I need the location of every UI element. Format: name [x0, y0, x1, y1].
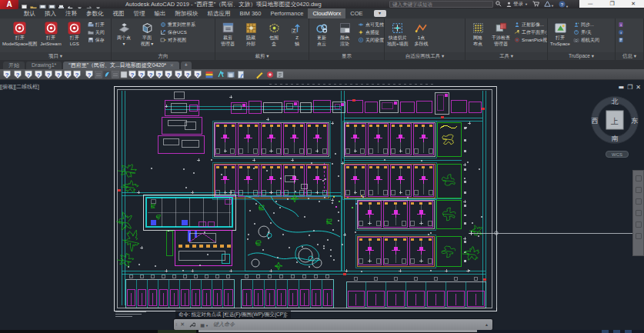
file-tab-close-icon[interactable]: ✕ [169, 63, 174, 68]
undo-dropdown-icon[interactable] [76, 1, 83, 8]
ribbon-button-相机关闭[interactable]: 相机关闭 [573, 37, 599, 43]
file-tab[interactable]: “西府里”（民宿、文...目地形图提交0420* ✕ [63, 62, 179, 69]
palette-icon-1[interactable] [636, 187, 642, 193]
ribbon-tab-附加模块[interactable]: 附加模块 [171, 8, 203, 18]
toolbar-button[interactable] [219, 72, 224, 77]
viewport-controls-label[interactable]: [-][俯视][二维线框] [0, 83, 39, 91]
ribbon-tab-COE[interactable]: COE [345, 8, 367, 18]
toolbar-button[interactable]: ? [195, 71, 202, 78]
viewcube-north[interactable]: 北 [612, 98, 619, 105]
toolbar-button[interactable] [228, 72, 235, 78]
toolbar-button[interactable]: ? [55, 71, 62, 78]
panel-title-显示[interactable]: 显示 [309, 52, 384, 60]
command-close-button[interactable]: ✕ [178, 321, 187, 328]
toolbar-button[interactable]: ? [65, 71, 72, 78]
toolbar-button[interactable]: ? [138, 71, 145, 78]
search-icon[interactable] [496, 1, 502, 8]
toolbar-button[interactable]: ? [45, 71, 52, 78]
ribbon-tab-插入[interactable]: 插入 [40, 8, 61, 18]
ribbon-button-点可见性[interactable]: 点可见性 [358, 22, 385, 28]
ribbon-button-保存[interactable]: 保存 [88, 37, 105, 43]
ribbon-tab-默认[interactable]: 默认 [19, 8, 40, 18]
minimize-button[interactable]: — [588, 0, 593, 8]
command-customize-wrench-icon[interactable] [187, 321, 198, 328]
ribbon-display-toggle[interactable]: ▾ [374, 10, 386, 17]
toolbar-button[interactable] [277, 72, 283, 78]
panel-title-自适应画线工具[interactable]: 自适应画线工具 ▾ [385, 52, 465, 60]
ribbon-button-快速切片[interactable]: 快速切片地面+墙面 [387, 20, 409, 46]
plot-icon[interactable] [58, 1, 65, 8]
panel-title-工具[interactable]: 工具 ▾ [465, 52, 547, 60]
panel-title-信息[interactable]: 信息 ▾ [616, 52, 643, 60]
toolbar-button[interactable] [95, 72, 102, 78]
toolbar-button[interactable]: ? [15, 71, 22, 78]
palette-icon-4[interactable] [636, 221, 642, 228]
toolbar-button[interactable]: ? [129, 71, 136, 78]
toolbar-button[interactable]: ? [86, 71, 93, 78]
viewcube-compass[interactable]: 北南西东上 [591, 96, 639, 144]
ribbon-tab-精选应用[interactable]: 精选应用 [203, 8, 235, 18]
restore-button[interactable]: ❐ [609, 0, 614, 8]
command-expand-icon[interactable]: ▲ [485, 322, 489, 327]
ribbon-tab-注释[interactable]: 注释 [61, 8, 82, 18]
palette-icon-3[interactable] [636, 210, 642, 216]
ribbon-button-打开[interactable]: 打开 [88, 22, 105, 28]
ribbon-button-隐藏[interactable]: 隐藏外部 [241, 20, 261, 46]
new-file-icon[interactable] [21, 1, 28, 8]
ribbon-button-info-b[interactable]: i [618, 29, 626, 35]
toolbar-button[interactable]: ? [148, 71, 155, 78]
ribbon-tab-输出[interactable]: 输出 [150, 8, 171, 18]
drawing-canvas[interactable]: [-][俯视][二维线框] ▬❐✕ 北南西东上 WCS 命令: 指定对角点或 [… [0, 80, 644, 333]
ribbon-button-保存UCS[interactable]: 保存UCS [160, 29, 195, 35]
toolbar-button[interactable] [121, 72, 127, 78]
toolbar-button[interactable]: ? [4, 71, 11, 78]
ribbon-button-开/关[interactable]: 开/关 [573, 29, 599, 35]
panel-title-方向[interactable]: 方向 [112, 52, 215, 60]
save-icon[interactable] [39, 1, 46, 8]
toolbar-button[interactable] [104, 72, 111, 78]
qat-dropdown-icon[interactable] [95, 1, 102, 8]
file-tab[interactable]: Drawing1* [26, 62, 62, 69]
vp-close-button[interactable]: ✕ [636, 84, 641, 91]
panel-title-裁剪[interactable]: 裁剪 ▾ [215, 52, 309, 60]
toolbar-button[interactable] [256, 72, 263, 79]
command-input[interactable]: 键入命令 [213, 321, 235, 328]
ribbon-tab-管理[interactable]: 管理 [129, 8, 150, 18]
ribbon-button-打开[interactable]: 打开JetStream [40, 20, 61, 46]
redo-icon[interactable] [85, 1, 92, 8]
ribbon-button-对齐视图[interactable]: 对齐视图 [160, 37, 195, 43]
wcs-dropdown[interactable]: WCS [606, 151, 629, 158]
app-store-cart-icon[interactable] [532, 1, 539, 8]
ribbon-button-打开[interactable]: 打开LGS [65, 20, 85, 46]
palette-icon-0[interactable] [636, 175, 642, 181]
file-tab[interactable]: 开始 [3, 62, 25, 69]
ribbon-button-重置到世界系[interactable]: 重置到世界系 [160, 22, 195, 28]
ribbon-tab-CloudWorx[interactable]: CloudWorx [308, 8, 345, 18]
ribbon-button-正射影像...[interactable]: 正射影像... [514, 22, 548, 28]
vp-restore-button[interactable]: ❐ [627, 84, 632, 91]
save-as-icon[interactable] [48, 1, 55, 8]
ribbon-button-关闭[interactable]: 关闭 [88, 29, 105, 35]
ribbon-tab-视图[interactable]: 视图 [108, 8, 129, 18]
toolbar-button[interactable]: ? [175, 71, 182, 78]
new-drawing-tab-button[interactable]: + [181, 62, 192, 69]
ribbon-button-同步...[interactable]: 同步... [573, 22, 599, 28]
toolbar-button[interactable]: ? [25, 71, 32, 78]
ribbon-button-点捕捉[interactable]: 点捕捉 [358, 29, 385, 35]
viewcube-east[interactable]: 东 [631, 117, 639, 125]
signin-button[interactable]: 登录 ▼ [506, 1, 528, 8]
ribbon-button-颜色[interactable]: 颜色渲染 [335, 20, 355, 46]
autocad-logo-menu[interactable]: A [0, 0, 18, 9]
docked-palette-bar[interactable] [632, 170, 644, 256]
ribbon-button-info-a[interactable]: i [618, 22, 626, 28]
ribbon-button-info-c[interactable] [618, 37, 626, 43]
viewcube-west[interactable]: 西 [592, 117, 599, 125]
palette-icon-5[interactable] [636, 233, 642, 239]
ribbon-button-1点[interactable]: 1点多段线 [412, 20, 432, 46]
ribbon-button-关闭密度控制 ▾[interactable]: 关闭密度控制 ▾ [358, 37, 385, 43]
ribbon-tab-参数化[interactable]: 参数化 [82, 8, 108, 18]
toolbar-button[interactable]: ? [156, 71, 163, 78]
panel-title-项目[interactable]: 项目 ▾ [0, 52, 111, 60]
close-button[interactable]: ✕ [631, 0, 636, 8]
ribbon-button-打开[interactable]: 打开ModelSpace视图 [2, 20, 37, 46]
